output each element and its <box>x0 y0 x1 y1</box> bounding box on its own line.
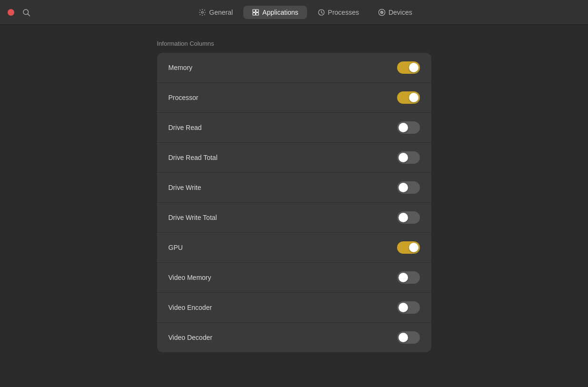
svg-rect-6 <box>256 12 259 15</box>
settings-row-video-encoder: Video Encoder <box>157 293 431 323</box>
settings-row-memory: Memory <box>157 53 431 83</box>
label-gpu: GPU <box>169 244 183 251</box>
tab-devices[interactable]: Devices <box>369 6 421 19</box>
nav-tabs: General Applications Processes <box>30 6 580 19</box>
settings-panel: MemoryProcessorDrive ReadDrive Read Tota… <box>157 53 431 352</box>
applications-icon <box>252 9 259 16</box>
settings-row-video-decoder: Video Decoder <box>157 323 431 352</box>
label-drive-write-total: Drive Write Total <box>169 214 217 221</box>
settings-row-drive-write-total: Drive Write Total <box>157 203 431 233</box>
label-video-decoder: Video Decoder <box>169 334 212 341</box>
tab-devices-label: Devices <box>389 9 412 16</box>
search-icon <box>22 8 30 17</box>
titlebar: General Applications Processes <box>0 0 588 25</box>
svg-rect-4 <box>256 10 259 12</box>
tab-applications-label: Applications <box>262 9 299 16</box>
settings-row-video-memory: Video Memory <box>157 263 431 293</box>
tab-processes[interactable]: Processes <box>309 6 368 19</box>
tab-general[interactable]: General <box>190 6 241 19</box>
toggle-drive-read-total[interactable] <box>397 151 420 164</box>
label-video-memory: Video Memory <box>169 274 211 281</box>
tab-applications[interactable]: Applications <box>243 6 307 19</box>
toggle-drive-write-total[interactable] <box>397 211 420 224</box>
main-content: Information Columns MemoryProcessorDrive… <box>0 25 588 367</box>
toggle-video-decoder[interactable] <box>397 331 420 344</box>
toggle-drive-read[interactable] <box>397 121 420 134</box>
svg-rect-5 <box>253 12 255 15</box>
toggle-memory[interactable] <box>397 61 420 74</box>
processes-icon <box>318 9 325 16</box>
svg-point-2 <box>201 11 203 13</box>
window-controls <box>8 9 14 16</box>
section-title: Information Columns <box>157 40 214 47</box>
toggle-video-memory[interactable] <box>397 271 420 284</box>
label-processor: Processor <box>169 94 199 101</box>
settings-row-drive-read: Drive Read <box>157 113 431 143</box>
tab-processes-label: Processes <box>328 9 359 16</box>
label-drive-write: Drive Write <box>169 184 201 191</box>
gear-icon <box>199 9 206 16</box>
label-drive-read: Drive Read <box>169 124 202 131</box>
label-memory: Memory <box>169 64 193 71</box>
svg-line-1 <box>28 14 30 16</box>
toggle-video-encoder[interactable] <box>397 301 420 314</box>
label-video-encoder: Video Encoder <box>169 304 212 311</box>
toggle-gpu[interactable] <box>397 241 420 254</box>
devices-icon <box>378 9 386 16</box>
search-button[interactable] <box>22 8 30 17</box>
toggle-processor[interactable] <box>397 91 420 104</box>
svg-rect-3 <box>253 10 255 12</box>
settings-row-drive-write: Drive Write <box>157 173 431 203</box>
settings-row-gpu: GPU <box>157 233 431 263</box>
label-drive-read-total: Drive Read Total <box>169 154 218 161</box>
settings-row-processor: Processor <box>157 83 431 113</box>
close-button[interactable] <box>8 9 14 16</box>
tab-general-label: General <box>209 9 233 16</box>
settings-row-drive-read-total: Drive Read Total <box>157 143 431 173</box>
toggle-drive-write[interactable] <box>397 181 420 194</box>
